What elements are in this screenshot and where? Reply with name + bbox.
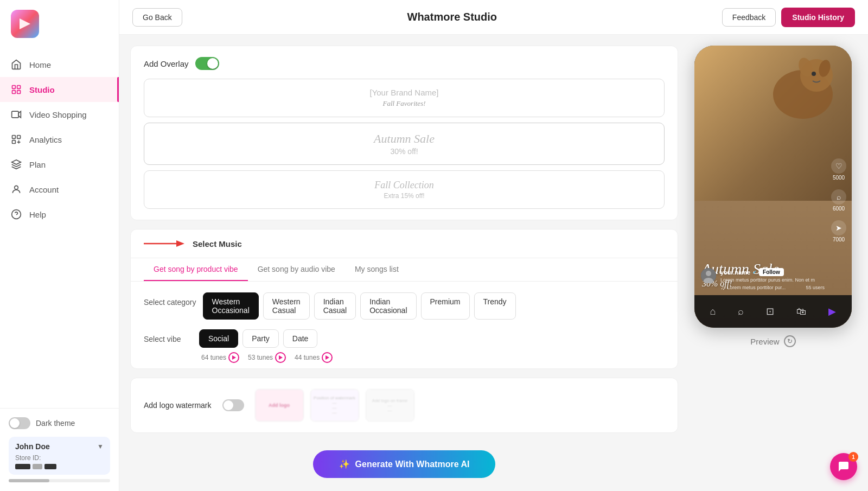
logo-watermark-toggle[interactable] <box>222 399 244 411</box>
scrollbar[interactable] <box>9 479 110 482</box>
phone-user-row: your.name ✓ Follow Lorem metus porttitor… <box>701 268 825 291</box>
sidebar-item-label: Analytics <box>29 135 62 144</box>
chip-premium[interactable]: Premium <box>421 292 470 320</box>
phone-bag-icon: 🛍 <box>796 306 806 317</box>
overlay-card-2[interactable]: Autumn Sale 30% off! <box>144 123 665 165</box>
verified-icon: ✓ <box>752 270 757 275</box>
chip-indian-casual[interactable]: IndianCasual <box>314 292 356 320</box>
right-arrow-icon <box>144 237 187 250</box>
generate-btn-wrap: ✨ Generate With Whatmore AI <box>130 442 678 480</box>
user-card: John Doe ▼ Store ID: <box>9 437 110 475</box>
overlay-subtitle-2: 30% off! <box>153 147 655 156</box>
category-row: Select category WesternOccasional Wester… <box>144 292 665 320</box>
sidebar-item-label: Studio <box>29 85 55 94</box>
social-play-button[interactable] <box>228 352 239 363</box>
sidebar-item-plan[interactable]: Plan <box>0 152 119 177</box>
chip-western-casual[interactable]: WesternCasual <box>263 292 310 320</box>
chip-date[interactable]: Date <box>283 329 318 348</box>
logo-preview-3: Add logo on frame—— <box>366 389 414 422</box>
music-note-icon: ♫ <box>720 284 725 291</box>
sidebar-item-analytics[interactable]: Analytics <box>0 127 119 152</box>
studio-icon <box>11 84 22 95</box>
phone-search-bottom-icon: ⌕ <box>738 306 744 317</box>
sidebar-item-label: Home <box>29 60 51 69</box>
go-back-button[interactable]: Go Back <box>132 8 182 27</box>
overlay-brand: [Your Brand Name] <box>153 88 655 97</box>
svg-point-23 <box>706 271 711 276</box>
date-play-button[interactable] <box>322 352 333 363</box>
svg-rect-8 <box>17 136 21 139</box>
left-panel: Add Overlay [Your Brand Name] Fall Favor… <box>130 46 678 480</box>
overlay-card-1[interactable]: [Your Brand Name] Fall Favorites! <box>144 79 665 117</box>
phone-search-icon: ⌕ 6000 <box>831 189 846 212</box>
avatar <box>701 268 716 283</box>
svg-rect-4 <box>17 91 21 94</box>
share-count: 7000 <box>833 237 845 243</box>
arrow-indicator <box>144 237 187 250</box>
tab-product-vibe[interactable]: Get song by product vibe <box>144 258 248 281</box>
svg-marker-16 <box>176 240 184 247</box>
tab-audio-vibe[interactable]: Get song by audio vibe <box>248 258 345 281</box>
social-tunes: 64 tunes <box>201 352 239 363</box>
phone-username: your.name ✓ Follow <box>720 268 825 276</box>
category-chips: WesternOccasional WesternCasual IndianCa… <box>203 292 516 320</box>
vibe-row: Select vibe Social Party Date 64 tunes <box>144 329 665 363</box>
phone-share-icon: ➤ 7000 <box>831 220 846 243</box>
store-label: Store ID: <box>15 454 104 462</box>
sidebar-nav: Home Studio Video Shopping Analytics Pla… <box>0 48 119 408</box>
feedback-button[interactable]: Feedback <box>722 8 776 27</box>
content-area: Add Overlay [Your Brand Name] Fall Favor… <box>119 35 868 491</box>
dark-theme-toggle[interactable] <box>9 417 30 429</box>
chip-party[interactable]: Party <box>242 329 279 348</box>
overlay-title-2: Autumn Sale <box>153 132 655 146</box>
music-tabs: Get song by product vibe Get song by aud… <box>131 258 678 282</box>
help-icon <box>11 209 22 220</box>
sidebar-item-studio[interactable]: Studio <box>0 77 119 102</box>
chat-bubble[interactable]: 1 <box>830 453 857 480</box>
overlay-header: Add Overlay <box>144 57 665 70</box>
svg-rect-3 <box>12 91 16 94</box>
music-content: Select category WesternOccasional Wester… <box>131 282 678 369</box>
vibe-label: Select vibe <box>144 329 193 343</box>
chip-western-occasional[interactable]: WesternOccasional <box>203 292 259 320</box>
user-name: John Doe <box>15 442 50 451</box>
refresh-icon[interactable]: ↻ <box>784 335 796 347</box>
generate-label: Generate With Whatmore AI <box>355 460 470 469</box>
svg-rect-5 <box>12 111 19 118</box>
sidebar-item-label: Help <box>29 210 46 219</box>
phone-shop-icon: ⊡ <box>766 305 774 317</box>
generate-icon: ✨ <box>339 459 350 469</box>
party-tunes: 53 tunes <box>248 352 286 363</box>
chip-indian-occasional[interactable]: IndianOccasional <box>360 292 416 320</box>
sidebar-item-video-shopping[interactable]: Video Shopping <box>0 102 119 127</box>
chip-social[interactable]: Social <box>199 329 238 348</box>
svg-rect-2 <box>17 86 21 89</box>
sidebar-item-home[interactable]: Home <box>0 52 119 77</box>
chevron-down-icon[interactable]: ▼ <box>97 443 104 450</box>
tab-my-songs[interactable]: My songs list <box>345 258 409 281</box>
party-play-button[interactable] <box>275 352 286 363</box>
studio-history-button[interactable]: Studio History <box>781 8 855 27</box>
logo-area <box>0 0 119 48</box>
sidebar-item-account[interactable]: Account <box>0 177 119 202</box>
topbar: Go Back Whatmore Studio Feedback Studio … <box>119 0 868 35</box>
sidebar-bottom: Dark theme John Doe ▼ Store ID: <box>0 408 119 491</box>
svg-rect-7 <box>12 136 16 139</box>
overlay-cards: [Your Brand Name] Fall Favorites! Autumn… <box>144 79 665 209</box>
phone-follow-button[interactable]: Follow <box>759 268 784 276</box>
like-count: 5000 <box>833 175 845 181</box>
phone-bottom-bar: ⌂ ⌕ ⊡ 🛍 ▶ <box>694 295 852 328</box>
page-title: Whatmore Studio <box>182 11 722 23</box>
chip-trendy[interactable]: Trendy <box>474 292 516 320</box>
overlay-label: Add Overlay <box>144 59 189 68</box>
sidebar-item-help[interactable]: Help <box>0 202 119 227</box>
phone-mockup: ♡ 5000 ⌕ 6000 ➤ 7000 <box>694 46 852 328</box>
dark-theme-row: Dark theme <box>9 417 110 429</box>
analytics-icon <box>11 134 22 145</box>
overlay-subtitle-3: Extra 15% off! <box>153 192 655 200</box>
overlay-toggle[interactable] <box>195 57 219 70</box>
generate-button[interactable]: ✨ Generate With Whatmore AI <box>313 450 496 478</box>
overlay-card-3[interactable]: Fall Collection Extra 15% off! <box>144 170 665 209</box>
dark-theme-label: Dark theme <box>36 419 75 428</box>
scrollbar-thumb <box>9 479 49 482</box>
